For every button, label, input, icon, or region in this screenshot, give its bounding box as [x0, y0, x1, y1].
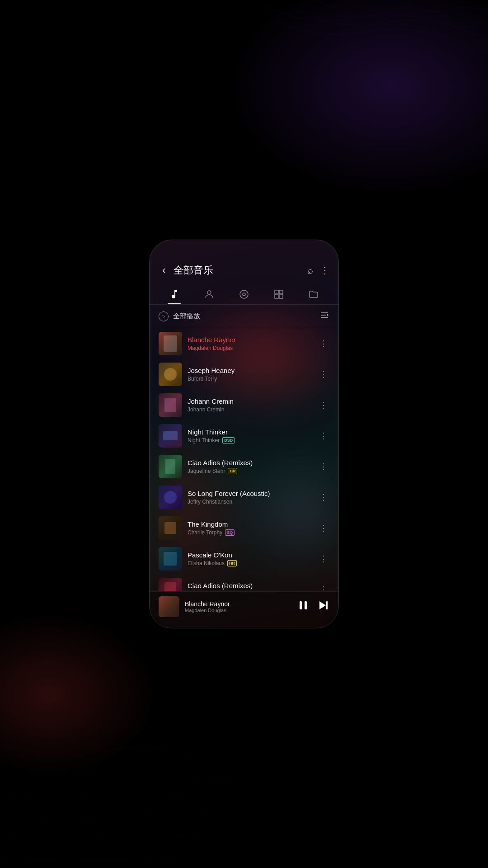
song-more-button[interactable]: ⋮ — [318, 581, 329, 591]
nav-tabs — [150, 283, 338, 305]
song-title: Pascale O'Kon — [188, 551, 312, 559]
song-title: Blanche Raynor — [188, 336, 312, 344]
search-icon[interactable]: ⌕ — [308, 265, 313, 276]
song-info: Ciao Adios (Remixes) Willis Osinski — [188, 582, 312, 591]
song-info: Night Thinker Night Thinker DSD — [188, 428, 312, 443]
quality-badge-hr: HR — [228, 468, 237, 474]
song-more-button[interactable]: ⋮ — [318, 489, 329, 506]
song-list: Blanche Raynor Magdalen Douglas ⋮ Joseph… — [150, 328, 338, 591]
song-title: Ciao Adios (Remixes) — [188, 582, 312, 590]
now-playing-bar[interactable]: Blanche Raynor Magdalen Douglas — [150, 591, 338, 628]
list-item[interactable]: Pascale O'Kon Elisha Nikolaus HR ⋮ — [150, 543, 338, 574]
song-thumbnail — [159, 547, 182, 571]
song-more-button[interactable]: ⋮ — [318, 396, 329, 414]
quality-badge-hr: HR — [227, 560, 237, 566]
song-more-button[interactable]: ⋮ — [318, 427, 329, 444]
song-artist: Jeffry Christiansen — [188, 499, 312, 505]
quality-badge-dsd: DSD — [222, 437, 235, 443]
song-thumbnail — [159, 578, 182, 591]
song-more-button[interactable]: ⋮ — [318, 550, 329, 567]
song-artist: Jaqueline Stehr HR — [188, 468, 312, 474]
now-playing-title: Blanche Raynor — [185, 600, 291, 608]
song-title: Johann Cremin — [188, 397, 312, 405]
song-artist: Charlie Torphy SQ — [188, 529, 312, 536]
song-thumbnail — [159, 424, 182, 448]
sort-icon[interactable] — [319, 310, 329, 322]
svg-rect-4 — [279, 290, 283, 294]
svg-rect-3 — [275, 290, 278, 294]
song-title: So Long Forever (Acoustic) — [188, 490, 312, 497]
tab-folders[interactable] — [303, 286, 324, 304]
song-artist: Night Thinker DSD — [188, 437, 312, 443]
list-item[interactable]: Joseph Heaney Buford Terry ⋮ — [150, 359, 338, 390]
song-title: The Kingdom — [188, 520, 312, 528]
song-more-button[interactable]: ⋮ — [318, 458, 329, 475]
svg-point-0 — [207, 291, 211, 294]
list-item[interactable]: Night Thinker Night Thinker DSD ⋮ — [150, 420, 338, 451]
song-more-button[interactable]: ⋮ — [318, 335, 329, 352]
now-playing-artist: Magdalen Douglas — [185, 608, 291, 613]
now-playing-info: Blanche Raynor Magdalen Douglas — [185, 600, 291, 613]
play-all-bar: ▷ 全部播放 — [150, 305, 338, 328]
list-item[interactable]: The Kingdom Charlie Torphy SQ ⋮ — [150, 513, 338, 543]
song-thumbnail — [159, 486, 182, 509]
list-item[interactable]: Ciao Adios (Remixes) Willis Osinski ⋮ — [150, 574, 338, 591]
tab-music[interactable] — [164, 286, 185, 304]
quality-badge-sq: SQ — [225, 529, 235, 536]
skip-next-button[interactable] — [318, 599, 329, 614]
song-artist: Buford Terry — [188, 376, 312, 382]
svg-point-1 — [240, 290, 248, 298]
song-more-button[interactable]: ⋮ — [318, 366, 329, 383]
play-circle-icon: ▷ — [162, 314, 165, 319]
song-more-button[interactable]: ⋮ — [318, 519, 329, 537]
song-info: Johann Cremin Johann Cremin — [188, 397, 312, 413]
play-all-label: 全部播放 — [173, 312, 315, 321]
list-item[interactable]: Blanche Raynor Magdalen Douglas ⋮ — [150, 328, 338, 359]
song-thumbnail — [159, 455, 182, 478]
back-button[interactable]: ‹ — [159, 263, 169, 278]
tab-artists[interactable] — [198, 286, 220, 304]
playback-controls — [297, 599, 329, 615]
now-playing-thumbnail — [159, 596, 179, 617]
list-item[interactable]: Johann Cremin Johann Cremin ⋮ — [150, 390, 338, 420]
more-options-icon[interactable]: ⋮ — [320, 265, 329, 276]
header-icons: ⌕ ⋮ — [308, 265, 329, 276]
header: ‹ 全部音乐 ⌕ ⋮ — [150, 240, 338, 283]
svg-rect-6 — [279, 295, 283, 298]
song-info: Joseph Heaney Buford Terry — [188, 367, 312, 382]
song-info: The Kingdom Charlie Torphy SQ — [188, 520, 312, 536]
svg-rect-13 — [326, 601, 328, 609]
song-thumbnail — [159, 363, 182, 386]
svg-point-2 — [243, 293, 245, 296]
song-title: Ciao Adios (Remixes) — [188, 459, 312, 467]
song-title: Joseph Heaney — [188, 367, 312, 374]
song-thumbnail — [159, 393, 182, 417]
svg-rect-10 — [300, 601, 302, 609]
phone-frame: ‹ 全部音乐 ⌕ ⋮ — [149, 240, 339, 628]
list-item[interactable]: Ciao Adios (Remixes) Jaqueline Stehr HR … — [150, 451, 338, 482]
song-thumbnail — [159, 516, 182, 540]
song-artist: Magdalen Douglas — [188, 345, 312, 351]
play-all-button[interactable]: ▷ — [159, 311, 169, 321]
svg-marker-12 — [319, 601, 326, 609]
svg-rect-5 — [275, 295, 278, 298]
song-info: So Long Forever (Acoustic) Jeffry Christ… — [188, 490, 312, 505]
song-artist: Johann Cremin — [188, 406, 312, 413]
tab-playlist[interactable] — [268, 286, 290, 304]
song-thumbnail — [159, 332, 182, 355]
song-artist: Elisha Nikolaus HR — [188, 560, 312, 566]
list-item[interactable]: So Long Forever (Acoustic) Jeffry Christ… — [150, 482, 338, 513]
page-title: 全部音乐 — [174, 264, 303, 277]
song-title: Night Thinker — [188, 428, 312, 436]
tab-albums[interactable] — [233, 286, 255, 304]
song-info: Ciao Adios (Remixes) Jaqueline Stehr HR — [188, 459, 312, 474]
song-info: Blanche Raynor Magdalen Douglas — [188, 336, 312, 351]
pause-button[interactable] — [297, 599, 310, 615]
svg-rect-11 — [305, 601, 307, 609]
song-info: Pascale O'Kon Elisha Nikolaus HR — [188, 551, 312, 566]
